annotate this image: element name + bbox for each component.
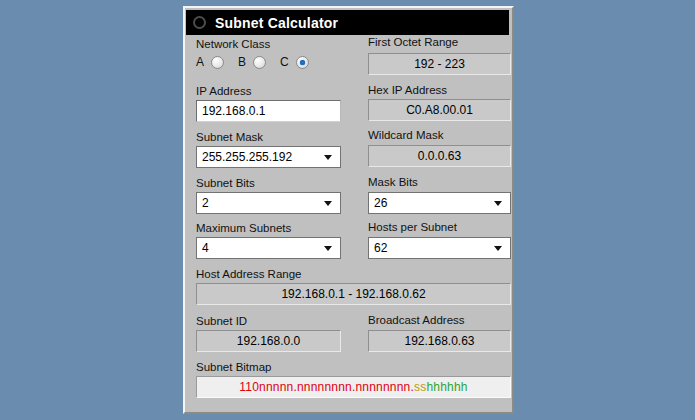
hosts-per-subnet-label: Hosts per Subnet xyxy=(368,221,457,233)
chevron-down-icon xyxy=(324,155,332,160)
subnet-mask-value: 255.255.255.192 xyxy=(202,150,292,164)
radio-label-c: C xyxy=(280,55,289,69)
first-octet-range-label: First Octet Range xyxy=(368,36,458,48)
network-class-radio-group: A B C xyxy=(196,55,323,69)
ip-address-label: IP Address xyxy=(196,85,251,97)
subnet-calculator-window: Subnet Calculator Network Class A B C Fi… xyxy=(183,6,514,414)
host-address-range-value: 192.168.0.1 - 192.168.0.62 xyxy=(196,283,511,305)
chevron-down-icon xyxy=(494,246,502,251)
radio-class-b[interactable] xyxy=(253,56,266,69)
radio-label-a: A xyxy=(196,55,204,69)
broadcast-address-label: Broadcast Address xyxy=(368,314,465,326)
wildcard-mask-label: Wildcard Mask xyxy=(368,129,443,141)
mask-bits-label: Mask Bits xyxy=(368,176,418,188)
host-address-range-label: Host Address Range xyxy=(196,268,301,280)
ip-address-input[interactable] xyxy=(196,100,341,122)
hosts-per-subnet-value: 62 xyxy=(374,241,387,255)
chevron-down-icon xyxy=(324,246,332,251)
radio-label-b: B xyxy=(238,55,246,69)
maximum-subnets-dropdown[interactable]: 4 xyxy=(196,237,341,259)
chevron-down-icon xyxy=(324,201,332,206)
chevron-down-icon xyxy=(494,201,502,206)
subnet-id-label: Subnet ID xyxy=(196,315,247,327)
subnet-mask-dropdown[interactable]: 255.255.255.192 xyxy=(196,146,341,168)
maximum-subnets-value: 4 xyxy=(202,241,209,255)
bitmap-network-bits: 110nnnnn.nnnnnnnn.nnnnnnnn. xyxy=(239,380,414,394)
title-bar[interactable]: Subnet Calculator xyxy=(186,10,509,35)
subnet-bitmap-label: Subnet Bitmap xyxy=(196,361,271,373)
subnet-bits-dropdown[interactable]: 2 xyxy=(196,192,341,214)
first-octet-range-value: 192 - 223 xyxy=(368,53,511,75)
subnet-id-value: 192.168.0.0 xyxy=(196,330,341,352)
subnet-bits-label: Subnet Bits xyxy=(196,177,255,189)
hosts-per-subnet-dropdown[interactable]: 62 xyxy=(368,237,511,259)
network-class-label: Network Class xyxy=(196,38,270,50)
hex-ip-address-value: C0.A8.00.01 xyxy=(368,99,511,121)
subnet-bitmap-value: 110nnnnn.nnnnnnnn.nnnnnnnn.sshhhhhh xyxy=(196,376,511,398)
window-title: Subnet Calculator xyxy=(215,15,338,31)
subnet-mask-label: Subnet Mask xyxy=(196,131,263,143)
hex-ip-address-label: Hex IP Address xyxy=(368,84,447,96)
bitmap-subnet-bits: ss xyxy=(414,380,426,394)
desktop-background: Subnet Calculator Network Class A B C Fi… xyxy=(0,0,695,420)
mask-bits-value: 26 xyxy=(374,196,387,210)
bitmap-host-bits: hhhhhh xyxy=(426,380,467,394)
wildcard-mask-value: 0.0.0.63 xyxy=(368,145,511,167)
mask-bits-dropdown[interactable]: 26 xyxy=(368,192,511,214)
subnet-bits-value: 2 xyxy=(202,196,209,210)
radio-class-c[interactable] xyxy=(296,56,309,69)
radio-class-a[interactable] xyxy=(211,56,224,69)
circle-icon xyxy=(193,16,206,29)
broadcast-address-value: 192.168.0.63 xyxy=(368,330,511,352)
maximum-subnets-label: Maximum Subnets xyxy=(196,222,291,234)
